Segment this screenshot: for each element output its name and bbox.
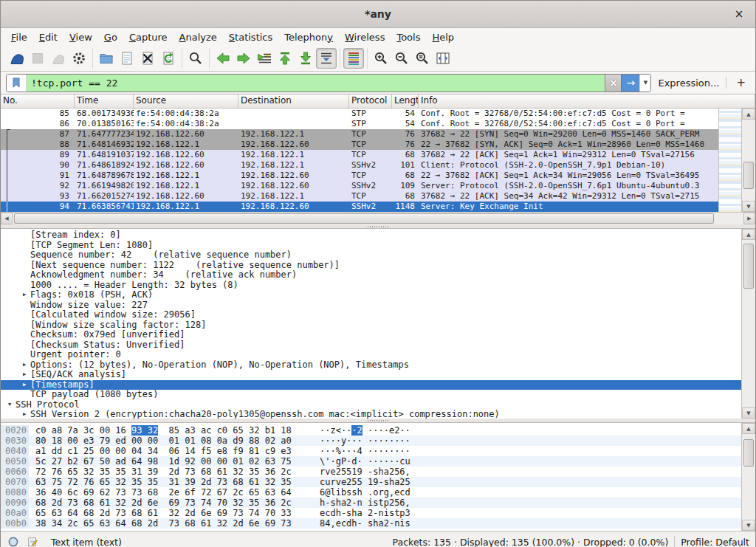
close-window-icon[interactable]: ×	[732, 7, 746, 21]
scroll-up-icon[interactable]: ▲	[742, 109, 755, 120]
menu-file[interactable]: File	[5, 30, 33, 44]
menu-edit[interactable]: Edit	[33, 30, 63, 44]
column-header-destination[interactable]: Destination	[238, 94, 349, 108]
find-packet-icon[interactable]	[185, 48, 206, 69]
detail-line[interactable]: [Window size scaling factor: 128]	[1, 320, 741, 331]
pane-splitter-top[interactable]	[1, 224, 755, 228]
menu-wireless[interactable]: Wireless	[339, 30, 391, 44]
packet-row-88[interactable]: 8871.648146932192.168.122.1192.168.122.6…	[1, 140, 718, 150]
packet-row-92[interactable]: 9271.661949820192.168.122.1192.168.122.6…	[1, 181, 718, 191]
packet-row-87[interactable]: 8771.647777234192.168.122.60192.168.122.…	[1, 129, 718, 140]
packet-row-91[interactable]: 9171.648789678192.168.122.1192.168.122.6…	[1, 171, 718, 181]
zoom-reset-icon[interactable]	[412, 48, 433, 69]
detail-line[interactable]: [Checksum Status: Unverified]	[1, 340, 741, 351]
detail-line[interactable]: ▶[Timestamps]	[1, 380, 741, 391]
packet-row-93[interactable]: 9371.662015274192.168.122.60192.168.122.…	[1, 191, 718, 202]
bytes-vscrollbar[interactable]: ▲ ▼	[741, 423, 755, 531]
detail-line[interactable]: [Calculated window size: 29056]	[1, 310, 741, 320]
scroll-thumb[interactable]	[743, 162, 754, 189]
scroll-down-icon[interactable]: ▼	[742, 520, 755, 531]
open-file-icon[interactable]	[96, 48, 117, 69]
intelligent-scrollbar-minimap[interactable]	[718, 109, 741, 212]
detail-line[interactable]: 1000 .... = Header Length: 32 bytes (8)	[1, 281, 741, 291]
packet-row-90[interactable]: 9071.648618924192.168.122.60192.168.122.…	[1, 160, 718, 171]
details-vscrollbar[interactable]: ▲ ▼	[741, 229, 755, 419]
profile-status[interactable]: Profile: Default	[681, 537, 749, 547]
detail-line[interactable]: Sequence number: 42 (relative sequence n…	[1, 250, 741, 261]
filter-history-dropdown-icon[interactable]: ▼	[639, 75, 650, 92]
collapsed-arrow-icon[interactable]: ▶	[18, 360, 30, 371]
start-capture-icon[interactable]	[7, 48, 27, 69]
go-forward-icon[interactable]	[233, 48, 254, 69]
scroll-down-icon[interactable]: ▼	[742, 201, 755, 212]
expert-info-icon[interactable]	[7, 535, 20, 547]
hex-row-0060[interactable]: 006072 76 65 32 35 35 31 39 2d 73 68 61 …	[1, 467, 741, 477]
packet-list-hscrollbar[interactable]: ◀ ▶	[1, 212, 755, 224]
packet-row-94[interactable]: 9471.663856741192.168.122.1192.168.122.6…	[1, 202, 718, 212]
packet-list-vscrollbar[interactable]: ▲ ▼	[741, 109, 755, 212]
title-bar[interactable]: *any ×	[1, 1, 755, 28]
detail-line[interactable]: [TCP Segment Len: 1080]	[1, 241, 741, 251]
detail-line[interactable]: [Stream index: 0]	[1, 230, 741, 241]
menu-view[interactable]: View	[63, 30, 98, 44]
packet-row-86[interactable]: 8670.013850163fe:54:00:d4:38:2aSTP54Conf…	[1, 119, 718, 129]
menu-telephony[interactable]: Telephony	[278, 30, 339, 44]
column-header-protocol[interactable]: Protocol	[349, 94, 392, 108]
display-filter-input[interactable]	[27, 75, 605, 92]
detail-line[interactable]: ▶Options: (12 bytes), No-Operation (NOP)…	[1, 360, 741, 371]
zoom-out-icon[interactable]	[391, 48, 412, 69]
capture-options-icon[interactable]	[69, 48, 89, 69]
column-header-time[interactable]: Time	[75, 94, 134, 108]
hex-row-0090[interactable]: 009068 2d 73 68 61 32 2d 6e 69 73 74 70 …	[1, 498, 741, 508]
menu-statistics[interactable]: Statistics	[223, 30, 278, 44]
add-filter-button[interactable]: +	[732, 76, 750, 89]
capture-comment-icon[interactable]	[26, 535, 39, 547]
hex-row-0080[interactable]: 008036 40 6c 69 62 73 73 68 2e 6f 72 67 …	[1, 487, 741, 498]
scroll-left-icon[interactable]: ◀	[1, 213, 13, 224]
scroll-thumb[interactable]	[743, 244, 754, 289]
column-header-length[interactable]: Length	[392, 94, 419, 108]
expression-button[interactable]: Expression...	[656, 78, 721, 89]
pane-splitter-bottom[interactable]	[1, 419, 755, 422]
scroll-up-icon[interactable]: ▲	[742, 423, 755, 434]
hex-row-0020[interactable]: 0020c0 a8 7a 3c 00 16 93 32 85 a3 ac c0 …	[1, 425, 741, 436]
detail-line[interactable]: ▶SSH Version 2 (encryption:chacha20-poly…	[1, 410, 741, 419]
menu-go[interactable]: Go	[98, 30, 123, 44]
hex-row-0040[interactable]: 0040a1 dd c1 25 00 00 04 34 06 14 f5 e8 …	[1, 446, 741, 456]
hex-row-00b0[interactable]: 00b038 34 2c 65 63 64 68 2d 73 68 61 32 …	[1, 518, 741, 529]
detail-line[interactable]: ▶Flags: 0x018 (PSH, ACK)	[1, 290, 741, 300]
hex-row-0030[interactable]: 003080 18 00 e3 79 ed 00 00 01 01 08 0a …	[1, 436, 741, 446]
column-header-source[interactable]: Source	[134, 94, 238, 108]
packet-row-89[interactable]: 8971.648191037192.168.122.60192.168.122.…	[1, 150, 718, 160]
collapsed-arrow-icon[interactable]: ▶	[18, 380, 30, 391]
detail-line[interactable]: [Next sequence number: 1122 (relative se…	[1, 261, 741, 271]
resize-columns-icon[interactable]	[433, 48, 453, 69]
menu-analyze[interactable]: Analyze	[173, 30, 223, 44]
filter-apply-icon[interactable]: →	[621, 75, 639, 92]
hscroll-thumb[interactable]	[14, 213, 714, 224]
go-to-packet-icon[interactable]	[254, 48, 275, 69]
detail-line[interactable]: Checksum: 0x79ed [unverified]	[1, 330, 741, 340]
menu-capture[interactable]: Capture	[123, 30, 173, 44]
filter-clear-icon[interactable]: ×	[605, 75, 621, 92]
hex-row-0050[interactable]: 00505c 27 b2 67 50 ad 64 98 1d 92 00 00 …	[1, 456, 741, 467]
column-header-info[interactable]: Info	[419, 94, 755, 108]
expanded-arrow-icon[interactable]: ▼	[4, 400, 16, 410]
packet-row-85[interactable]: 8568.001734936fe:54:00:d4:38:2aSTP54Conf…	[1, 109, 718, 119]
zoom-in-icon[interactable]	[371, 48, 391, 69]
scroll-down-icon[interactable]: ▼	[742, 407, 755, 419]
detail-line[interactable]: Window size value: 227	[1, 300, 741, 311]
scroll-right-icon[interactable]: ▶	[743, 213, 755, 224]
detail-line[interactable]: ▼SSH Protocol	[1, 400, 741, 410]
save-file-icon[interactable]	[117, 48, 137, 69]
menu-tools[interactable]: Tools	[391, 30, 426, 44]
close-file-icon[interactable]	[137, 48, 158, 69]
filter-bookmark-icon[interactable]	[7, 75, 27, 92]
go-back-icon[interactable]	[213, 48, 233, 69]
scroll-up-icon[interactable]: ▲	[742, 229, 755, 240]
column-header-no[interactable]: No.	[1, 94, 75, 108]
menu-help[interactable]: Help	[426, 30, 460, 44]
colorize-icon[interactable]	[343, 48, 364, 69]
auto-scroll-icon[interactable]	[316, 48, 337, 69]
detail-line[interactable]: Acknowledgment number: 34 (relative ack …	[1, 270, 741, 281]
